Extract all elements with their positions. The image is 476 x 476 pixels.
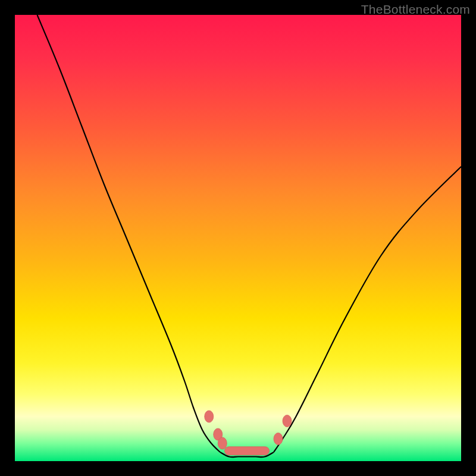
curve-right xyxy=(274,167,461,452)
trough-marker-bar xyxy=(225,447,270,455)
markers-group xyxy=(205,411,292,449)
marker-dot xyxy=(218,437,227,449)
chart-svg xyxy=(15,15,461,461)
marker-dot xyxy=(274,433,283,445)
plot-area xyxy=(15,15,461,461)
marker-dot xyxy=(283,415,292,427)
curve-left xyxy=(37,15,221,452)
marker-dot xyxy=(205,411,214,422)
outer-frame: TheBottleneck.com xyxy=(0,0,476,476)
watermark-text: TheBottleneck.com xyxy=(361,2,470,17)
